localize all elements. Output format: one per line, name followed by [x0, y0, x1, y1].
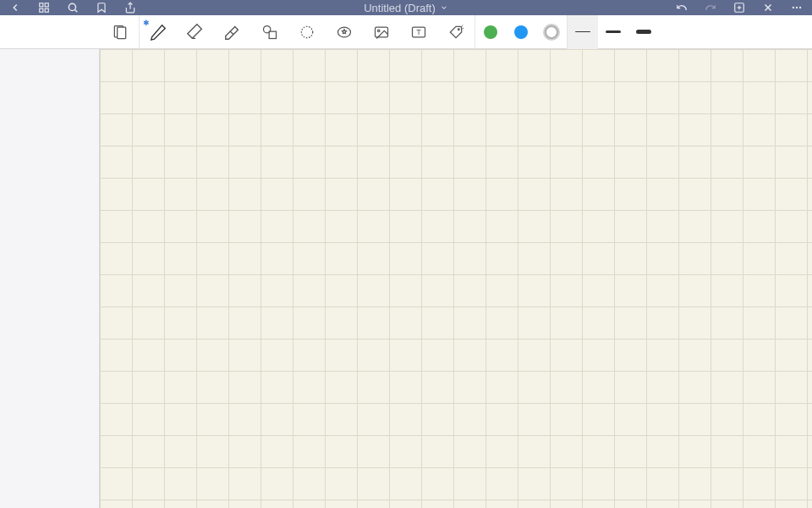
bookmark-button[interactable] — [95, 1, 108, 14]
stroke-medium-sample — [606, 30, 621, 33]
search-icon — [67, 2, 79, 14]
add-page-icon — [733, 2, 745, 14]
redo-button[interactable] — [704, 1, 717, 14]
header-left-controls — [8, 1, 137, 14]
document-tool[interactable] — [102, 15, 139, 49]
svg-text:T: T — [416, 28, 421, 36]
svg-point-13 — [796, 7, 798, 8]
shape-icon — [261, 24, 278, 41]
bluetooth-indicator: ✱ — [143, 19, 150, 27]
svg-line-5 — [74, 9, 77, 12]
drawing-canvas[interactable] — [100, 49, 812, 508]
document-icon — [112, 24, 129, 41]
more-icon — [791, 2, 803, 14]
color-group — [475, 15, 568, 49]
stroke-thin-sample — [575, 31, 590, 33]
undo-button[interactable] — [675, 1, 689, 14]
grid-button[interactable] — [37, 1, 51, 14]
shape-tool[interactable] — [251, 15, 288, 49]
image-icon — [373, 24, 390, 41]
svg-rect-16 — [118, 27, 126, 38]
stroke-group — [568, 15, 659, 49]
pen-icon — [149, 23, 167, 41]
grid-icon — [38, 2, 50, 14]
stamp-icon — [336, 24, 353, 41]
eraser-icon — [186, 23, 205, 41]
lasso-tool[interactable] — [288, 15, 326, 49]
svg-point-25 — [458, 28, 460, 30]
left-margin — [0, 49, 100, 508]
stroke-thin-button[interactable] — [568, 15, 598, 49]
app-header: Untitled (Draft) — [0, 0, 812, 15]
stroke-thick-sample — [636, 30, 651, 34]
search-button[interactable] — [66, 1, 80, 14]
stamp-tool[interactable] — [326, 15, 363, 49]
redo-icon — [705, 2, 716, 14]
svg-point-19 — [301, 26, 312, 37]
document-title-area[interactable]: Untitled (Draft) — [364, 2, 448, 14]
add-page-button[interactable] — [732, 1, 746, 14]
svg-rect-3 — [45, 8, 48, 12]
color-blue-button[interactable] — [506, 15, 536, 49]
color-white-button[interactable] — [536, 15, 567, 49]
undo-icon — [676, 2, 688, 14]
back-icon — [9, 2, 21, 14]
stroke-medium-button[interactable] — [598, 15, 628, 49]
svg-rect-0 — [40, 3, 43, 7]
share-icon — [124, 2, 136, 14]
svg-point-14 — [799, 7, 801, 8]
lasso-icon — [299, 24, 315, 41]
svg-rect-1 — [45, 3, 48, 7]
header-right-controls — [675, 1, 804, 14]
color-swatch-white — [545, 25, 558, 39]
more-button[interactable] — [790, 1, 804, 14]
document-title: Untitled (Draft) — [364, 2, 436, 14]
tag-icon — [447, 24, 464, 41]
color-swatch-green — [484, 25, 497, 39]
close-button[interactable] — [761, 1, 775, 14]
highlighter-tool[interactable] — [214, 15, 251, 49]
tag-tool[interactable] — [437, 15, 475, 49]
canvas-area — [0, 49, 812, 508]
bookmark-icon — [96, 2, 107, 14]
highlighter-icon — [223, 23, 242, 41]
image-tool[interactable] — [363, 15, 400, 49]
text-tool[interactable]: T — [400, 15, 437, 49]
share-button[interactable] — [123, 1, 137, 14]
svg-rect-18 — [269, 31, 276, 38]
svg-point-12 — [793, 7, 794, 8]
color-green-button[interactable] — [475, 15, 506, 49]
color-swatch-blue — [514, 25, 528, 39]
pen-tool[interactable]: ✱ — [140, 15, 177, 49]
drawing-tools-group: ✱ T — [140, 15, 475, 49]
svg-point-4 — [69, 3, 75, 10]
eraser-tool[interactable] — [177, 15, 214, 49]
doc-tool-group — [102, 15, 140, 49]
back-button[interactable] — [8, 1, 22, 14]
text-icon: T — [410, 24, 427, 41]
svg-rect-2 — [40, 8, 43, 12]
stroke-thick-button[interactable] — [628, 15, 659, 49]
tool-toolbar: ✱ T — [0, 15, 812, 49]
chevron-down-icon — [440, 3, 448, 12]
svg-point-22 — [377, 30, 380, 32]
close-icon — [762, 2, 774, 14]
